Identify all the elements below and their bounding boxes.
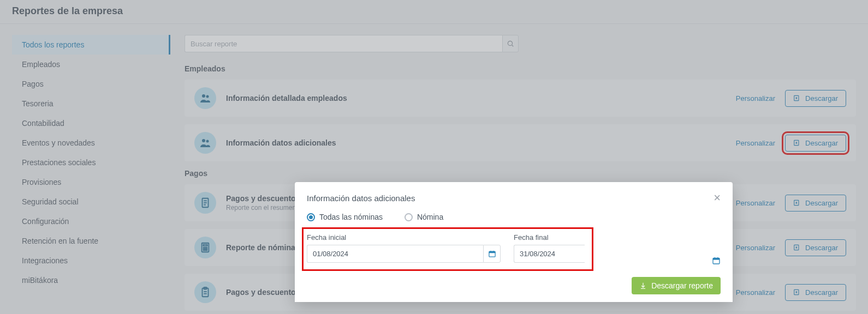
close-icon[interactable]: × — [714, 192, 721, 204]
radio-icon — [405, 213, 413, 221]
radio-nomina[interactable]: Nómina — [405, 213, 443, 221]
calendar-button[interactable] — [483, 245, 501, 263]
download-icon — [639, 282, 647, 289]
fecha-final-label: Fecha final — [514, 233, 585, 241]
descargar-reporte-button[interactable]: Descargar reporte — [632, 277, 721, 294]
svg-rect-32 — [713, 258, 720, 259]
radio-label: Todas las nóminas — [319, 213, 383, 221]
radio-todas-nominas[interactable]: Todas las nóminas — [307, 213, 383, 221]
modal-header: Información datos adicionales × — [295, 182, 733, 209]
radio-row: Todas las nóminas Nómina — [307, 213, 721, 221]
date-range-highlight: Fecha inicial Fecha final — [304, 229, 592, 269]
modal-footer: Descargar reporte — [295, 277, 733, 302]
modal-title: Información datos adicionales — [307, 194, 415, 203]
svg-rect-28 — [489, 251, 495, 253]
radio-label: Nómina — [417, 213, 443, 221]
fecha-inicial-input[interactable] — [307, 245, 483, 263]
fecha-final-input[interactable] — [514, 245, 585, 263]
calendar-button-final[interactable] — [712, 256, 721, 265]
fecha-inicial-label: Fecha inicial — [307, 233, 501, 241]
calendar-icon — [712, 256, 721, 265]
radio-icon — [307, 213, 315, 221]
descargar-reporte-label: Descargar reporte — [651, 281, 713, 290]
modal-body: Todas las nóminas Nómina Fecha inicial F… — [295, 209, 733, 277]
calendar-icon — [488, 250, 496, 258]
modal-datos-adicionales: Información datos adicionales × Todas la… — [295, 182, 733, 302]
